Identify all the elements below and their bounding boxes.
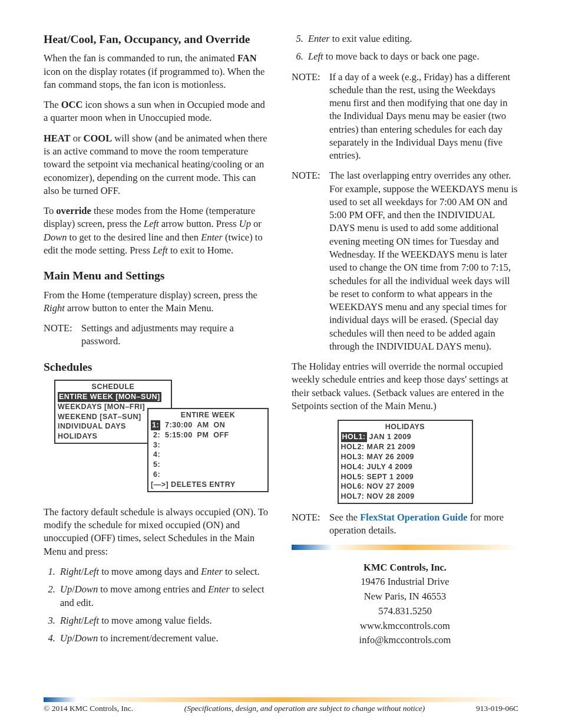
company-web[interactable]: www.kmccontrols.com xyxy=(292,619,518,634)
note-body: The last overlapping entry overrides any… xyxy=(329,169,518,353)
para-factory-default: The factory default schedule is always o… xyxy=(44,506,270,558)
schedule-diagrams: SCHEDULE ENTIRE WEEK [MON–SUN] WEEKDAYS … xyxy=(54,380,270,498)
contact-block: KMC Controls, Inc. 19476 Industrial Driv… xyxy=(292,561,518,648)
para-heat-cool: HEAT or COOL will show (and be animated … xyxy=(44,132,270,197)
lcd-entire-row: 4: xyxy=(151,450,265,460)
lcd-holidays-panel: HOLIDAYS HOL1: JAN 1 2009 HOL2: MAR 21 2… xyxy=(338,420,473,504)
lcd-holidays-row: HOL6: NOV 27 2009 xyxy=(341,482,470,492)
lcd-holidays-row: HOL4: JULY 4 2009 xyxy=(341,462,470,472)
note-body: If a day of a week (e.g., Friday) has a … xyxy=(329,71,518,163)
heading-main-menu: Main Menu and Settings xyxy=(44,269,270,282)
flexstat-guide-link[interactable]: FlexStat Operation Guide xyxy=(360,512,467,523)
para-occ: The OCC icon shows a sun when in Occupie… xyxy=(44,98,270,125)
lcd-entire-row: 3: xyxy=(151,440,265,450)
note-label: NOTE: xyxy=(292,71,329,163)
lcd-entire-row-selected: 1: 7:30:00 AM ON xyxy=(151,420,265,430)
lcd-holidays-selected: HOL1: JAN 1 2009 xyxy=(341,432,470,442)
note-overlap: NOTE: The last overlapping entry overrid… xyxy=(292,169,518,353)
lcd-holidays-row: HOL5: SEPT 1 2009 xyxy=(341,472,470,482)
lcd-holidays-row: HOL3: MAY 26 2009 xyxy=(341,452,470,462)
heading-schedules: Schedules xyxy=(44,360,270,374)
lcd-schedule-title: SCHEDULE xyxy=(58,382,168,392)
note-body: See the FlexStat Operation Guide for mor… xyxy=(329,511,518,538)
footer-disclaimer: (Specifications, design, and operation a… xyxy=(184,703,425,714)
footer-gradient xyxy=(44,697,518,702)
lcd-entire-title: ENTIRE WEEK xyxy=(151,410,265,420)
note-password: NOTE: Settings and adjustments may requi… xyxy=(44,322,270,348)
note-flexstat: NOTE: See the FlexStat Operation Guide f… xyxy=(292,511,518,538)
list-item: Enter to exit value editing. xyxy=(306,32,518,45)
list-item: Up/Down to increment/decrement value. xyxy=(58,632,270,645)
company-phone: 574.831.5250 xyxy=(292,604,518,619)
list-item: Left to move back to days or back one pa… xyxy=(306,50,518,63)
company-addr1: 19476 Industrial Drive xyxy=(292,575,518,589)
footer-doc-number: 913-019-06C xyxy=(476,703,518,714)
right-column: Enter to exit value editing. Left to mov… xyxy=(292,32,518,652)
para-fan: When the fan is commanded to run, the an… xyxy=(44,52,270,91)
lcd-entire-row: 5: xyxy=(151,460,265,470)
list-item: Right/Left to move among value fields. xyxy=(58,614,270,627)
lcd-entire-footer: [—>] DELETES ENTRY xyxy=(151,480,265,490)
lcd-entire-row: 6: xyxy=(151,470,265,480)
note-label: NOTE: xyxy=(292,169,329,353)
lcd-entire-row: 2: 5:15:00 PM OFF xyxy=(151,430,265,440)
note-body: Settings and adjustments may require a p… xyxy=(81,322,270,348)
steps-list-cont: Enter to exit value editing. Left to mov… xyxy=(292,32,518,64)
lcd-schedule-selected: ENTIRE WEEK [MON–SUN] xyxy=(58,392,168,402)
para-override: To override these modes from the Home (t… xyxy=(44,205,270,257)
para-main-menu: From the Home (temperature display) scre… xyxy=(44,289,270,315)
page-footer: © 2014 KMC Controls, Inc. (Specification… xyxy=(44,697,518,714)
lcd-holidays-row: HOL2: MAR 21 2009 xyxy=(341,442,470,452)
lcd-holidays-title: HOLIDAYS xyxy=(341,422,470,432)
list-item: Up/Down to move among entries and Enter … xyxy=(58,583,270,610)
company-email[interactable]: info@kmccontrols.com xyxy=(292,633,518,648)
lcd-entire-week-panel: ENTIRE WEEK 1: 7:30:00 AM ON 2: 5:15:00 … xyxy=(147,408,269,492)
note-label: NOTE: xyxy=(44,322,81,348)
footer-copyright: © 2014 KMC Controls, Inc. xyxy=(44,703,133,714)
company-name: KMC Controls, Inc. xyxy=(292,561,518,575)
note-label: NOTE: xyxy=(292,511,329,538)
lcd-holidays-row: HOL7: NOV 28 2009 xyxy=(341,492,470,502)
note-friday: NOTE: If a day of a week (e.g., Friday) … xyxy=(292,71,518,163)
heading-heat-cool: Heat/Cool, Fan, Occupancy, and Override xyxy=(44,32,270,46)
gradient-divider xyxy=(292,545,518,550)
company-addr2: New Paris, IN 46553 xyxy=(292,589,518,604)
left-column: Heat/Cool, Fan, Occupancy, and Override … xyxy=(44,32,270,652)
para-holiday: The Holiday entries will override the no… xyxy=(292,360,518,413)
steps-list: Right/Left to move among days and Enter … xyxy=(44,565,270,645)
list-item: Right/Left to move among days and Enter … xyxy=(58,565,270,578)
